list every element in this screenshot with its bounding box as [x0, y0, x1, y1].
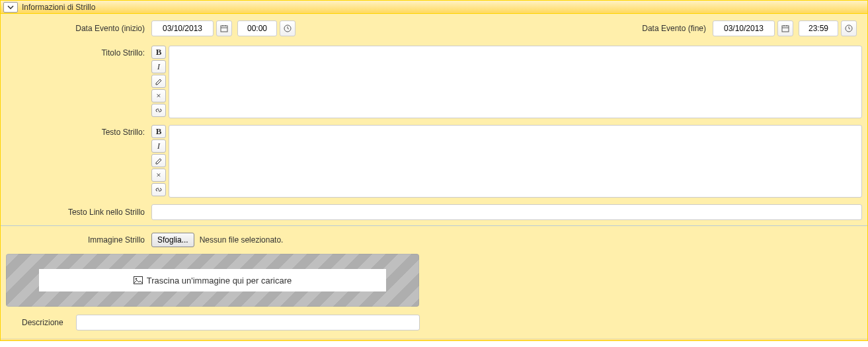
bold-button[interactable]: B — [151, 46, 166, 59]
collapse-button[interactable] — [3, 2, 18, 13]
strillo-panel: Informazioni di Strillo Data Evento (ini… — [0, 0, 868, 341]
testo-row: Testo Strillo: B I × — [6, 125, 862, 198]
testo-label: Testo Strillo: — [6, 125, 151, 137]
dropzone-inner: Trascina un'immagine qui per caricare — [39, 269, 386, 291]
italic-button[interactable]: I — [151, 139, 166, 153]
chevron-down-icon — [7, 5, 14, 9]
calendar-icon — [220, 24, 228, 32]
titolo-textarea[interactable] — [169, 46, 862, 118]
image-label: Immagine Strillo — [6, 235, 151, 245]
image-dropzone[interactable]: Trascina un'immagine qui per caricare — [6, 254, 419, 307]
svg-line-6 — [288, 28, 289, 29]
date-row: Data Evento (inizio) Data Evento (fine) — [6, 20, 862, 36]
svg-line-13 — [849, 28, 850, 29]
link-text-row: Testo Link nello Strillo — [6, 204, 862, 220]
date-start-label: Data Evento (inizio) — [6, 24, 151, 33]
link-icon — [155, 186, 163, 194]
date-end-group — [713, 20, 857, 36]
link-text-input[interactable] — [151, 204, 862, 220]
divider — [1, 225, 867, 226]
clear-button[interactable]: × — [151, 169, 166, 182]
titolo-row: Titolo Strillo: B I × — [6, 46, 862, 118]
dropzone-text: Trascina un'immagine qui per caricare — [147, 276, 292, 286]
time-start-input[interactable] — [237, 20, 277, 36]
titolo-toolbar: B I × — [151, 46, 166, 118]
testo-editor: B I × — [151, 125, 862, 198]
highlighter-icon — [155, 77, 163, 85]
italic-button[interactable]: I — [151, 60, 166, 73]
link-button[interactable] — [151, 104, 166, 117]
calendar-icon — [781, 24, 789, 32]
bold-button[interactable]: B — [151, 125, 166, 138]
image-row: Immagine Strillo Sfoglia... Nessun file … — [6, 233, 862, 247]
svg-rect-7 — [782, 26, 789, 32]
date-end-input[interactable] — [713, 20, 775, 36]
clock-icon — [284, 24, 292, 32]
titolo-label: Titolo Strillo: — [6, 46, 151, 58]
calendar-button-end[interactable] — [777, 20, 793, 36]
date-end-label: Data Evento (fine) — [580, 24, 713, 33]
link-button[interactable] — [151, 183, 166, 196]
clock-button-start[interactable] — [280, 20, 296, 36]
panel-body: Data Evento (inizio) Data Evento (fine) — [1, 14, 867, 338]
svg-rect-14 — [134, 277, 142, 284]
highlight-button[interactable] — [151, 75, 166, 88]
titolo-editor: B I × — [151, 46, 862, 118]
svg-rect-0 — [221, 26, 227, 32]
date-start-group — [151, 20, 296, 36]
testo-toolbar: B I × — [151, 125, 166, 198]
file-status: Nessun file selezionato. — [200, 235, 284, 245]
image-icon — [134, 276, 143, 284]
panel-footer-border — [1, 338, 867, 340]
date-start-input[interactable] — [151, 20, 214, 36]
link-text-label: Testo Link nello Strillo — [6, 208, 151, 217]
browse-button[interactable]: Sfoglia... — [151, 233, 194, 247]
testo-textarea[interactable] — [169, 125, 862, 198]
panel-title: Informazioni di Strillo — [22, 3, 95, 12]
link-icon — [155, 106, 163, 114]
clear-button[interactable]: × — [151, 89, 166, 102]
highlighter-icon — [155, 157, 163, 165]
calendar-button-start[interactable] — [216, 20, 232, 36]
description-input[interactable] — [76, 315, 420, 330]
panel-header: Informazioni di Strillo — [1, 1, 867, 14]
clock-icon — [845, 24, 853, 32]
svg-point-15 — [135, 278, 137, 280]
time-end-input[interactable] — [799, 20, 838, 36]
description-row: Descrizione — [6, 315, 862, 330]
description-label: Descrizione — [6, 318, 76, 327]
highlight-button[interactable] — [151, 154, 166, 167]
clock-button-end[interactable] — [841, 20, 857, 36]
